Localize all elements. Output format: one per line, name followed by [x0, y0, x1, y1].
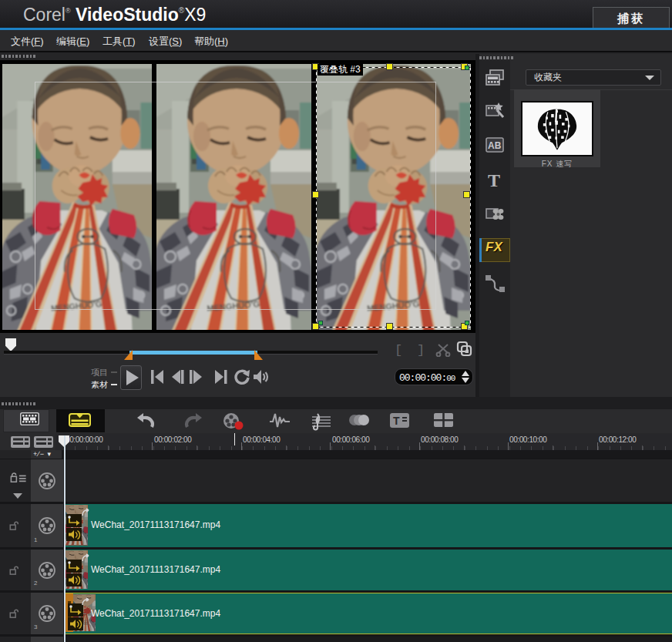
svg-text:T: T [488, 170, 500, 190]
svg-text:AB: AB [488, 140, 502, 151]
svg-text:T: T [393, 415, 400, 427]
